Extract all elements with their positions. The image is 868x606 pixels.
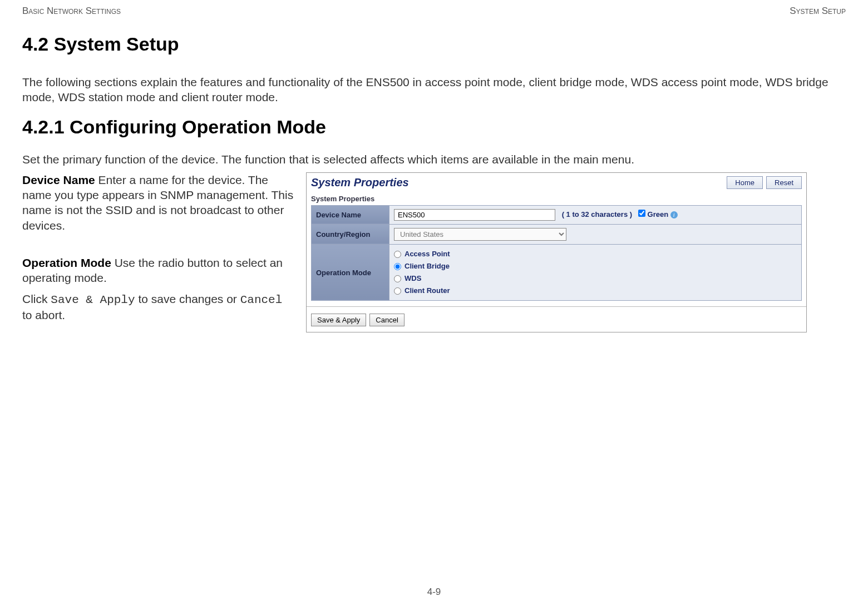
panel-title: System Properties xyxy=(311,176,409,189)
operation-mode-row: Operation Mode Access Point Client Bridg… xyxy=(312,244,802,300)
op-access-point[interactable]: Access Point xyxy=(394,248,797,260)
green-label: Green xyxy=(648,210,669,218)
operation-mode-term: Operation Mode xyxy=(22,256,111,269)
subsection-heading: 4.2.1 Configuring Operation Mode xyxy=(22,116,846,138)
op-access-point-radio[interactable] xyxy=(394,251,401,258)
header-left: Basic Network Settings xyxy=(22,6,121,17)
panel-header: System Properties Home Reset xyxy=(307,173,806,195)
operation-mode-row-field: Access Point Client Bridge WDS Client Ro… xyxy=(389,244,802,300)
op-wds-radio[interactable] xyxy=(394,275,401,282)
operation-mode-desc: Operation Mode Use the radio button to s… xyxy=(22,255,295,286)
save-instruction: Click Save & Apply to save changes or Ca… xyxy=(22,291,295,323)
system-properties-panel: System Properties Home Reset System Prop… xyxy=(306,172,807,332)
page-header: Basic Network Settings System Setup xyxy=(22,6,846,17)
panel-subheading: System Properties xyxy=(307,195,806,205)
screenshot-column: System Properties Home Reset System Prop… xyxy=(306,172,846,345)
device-name-desc: Device Name Enter a name for the device.… xyxy=(22,172,295,233)
device-name-hint: ( 1 to 32 characters ) xyxy=(562,210,632,218)
op-client-bridge-radio[interactable] xyxy=(394,263,401,270)
header-right: System Setup xyxy=(790,6,846,17)
device-name-row-field: ( 1 to 32 characters ) Green i xyxy=(389,205,802,224)
panel-header-buttons: Home Reset xyxy=(727,176,802,189)
operation-mode-options: Access Point Client Bridge WDS Client Ro… xyxy=(394,248,797,297)
op-wds[interactable]: WDS xyxy=(394,272,797,285)
device-name-input[interactable] xyxy=(394,209,555,221)
panel-divider xyxy=(307,306,806,307)
reset-button[interactable]: Reset xyxy=(766,176,802,189)
section-heading: 4.2 System Setup xyxy=(22,33,846,55)
description-column: Device Name Enter a name for the device.… xyxy=(22,172,295,345)
section-intro: The following sections explain the featu… xyxy=(22,74,846,105)
cancel-literal: Cancel xyxy=(240,294,283,306)
green-checkbox[interactable] xyxy=(638,210,645,217)
content-row: Device Name Enter a name for the device.… xyxy=(22,172,846,345)
cancel-button[interactable]: Cancel xyxy=(369,314,404,326)
subsection-intro: Set the primary function of the device. … xyxy=(22,152,846,167)
page-number: 4-9 xyxy=(0,587,868,598)
country-row-field: United States xyxy=(389,224,802,244)
device-name-term: Device Name xyxy=(22,173,95,186)
device-name-row-label: Device Name xyxy=(312,205,389,224)
save-apply-literal: Save & Apply xyxy=(51,294,135,306)
info-icon[interactable]: i xyxy=(670,211,678,218)
op-client-router-radio[interactable] xyxy=(394,287,401,295)
op-client-bridge[interactable]: Client Bridge xyxy=(394,260,797,272)
panel-footer: Save & Apply Cancel xyxy=(307,310,806,332)
device-name-row: Device Name ( 1 to 32 characters ) Green… xyxy=(312,205,802,224)
save-apply-button[interactable]: Save & Apply xyxy=(311,314,366,326)
op-client-router[interactable]: Client Router xyxy=(394,285,797,297)
country-row: Country/Region United States xyxy=(312,224,802,244)
operation-mode-row-label: Operation Mode xyxy=(312,244,389,300)
properties-table: Device Name ( 1 to 32 characters ) Green… xyxy=(311,205,802,301)
country-row-label: Country/Region xyxy=(312,224,389,244)
home-button[interactable]: Home xyxy=(727,176,763,189)
country-select[interactable]: United States xyxy=(394,228,566,241)
